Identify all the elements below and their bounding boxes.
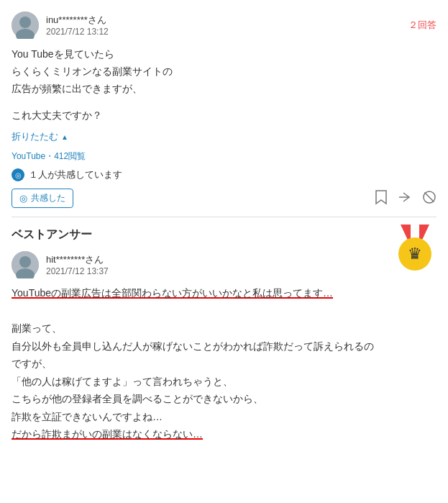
answerer-avatar: [12, 251, 39, 278]
svg-point-6: [19, 256, 31, 268]
answer-body: YouTubeの副業広告は全部関わらない方がいいかなと私は思ってます… 副業って…: [12, 284, 436, 443]
question-line-4: これ大丈夫ですか？: [12, 107, 436, 124]
empathy-button[interactable]: ◎ 共感した: [12, 189, 73, 208]
svg-line-4: [425, 192, 434, 201]
question-meta: YouTube・412閲覧: [12, 150, 436, 163]
answer-line-3b: ですが、: [12, 355, 436, 373]
category-link[interactable]: YouTube・412閲覧: [12, 151, 86, 161]
question-line-2: らくらくミリオンなる副業サイトの: [12, 63, 436, 81]
answer-line-5: こちらが他の登録者全員を調べることができないから、: [12, 390, 436, 408]
question-user-row: inu********さん 2021/7/12 13:12 ２回答: [12, 12, 436, 39]
answerer-row: hit********さん 2021/7/12 13:37: [12, 251, 436, 278]
question-section: inu********さん 2021/7/12 13:12 ２回答 You Tu…: [0, 0, 448, 217]
collapse-button[interactable]: 折りたたむ ▲: [12, 130, 68, 143]
answer-line-1-underlined: YouTubeの副業広告は全部関わらない方がいいかなと私は思ってます…: [12, 287, 333, 299]
question-line-3: 広告が頻繁に出できますが、: [12, 81, 436, 98]
answer-line-3: 自分以外も全員申し込んだ人が稼げないことがわかれば詐欺だって訴えられるの: [12, 337, 436, 355]
question-avatar: [12, 12, 39, 39]
medal-circle: ♛: [398, 237, 431, 271]
best-answer-section: ベストアンサー ♛ hit********さん 2021/7/12 13:37 …: [0, 217, 448, 443]
bookmark-icon[interactable]: [375, 189, 388, 208]
collapse-arrow-icon: ▲: [61, 133, 68, 141]
medal-crown-icon: ♛: [408, 245, 422, 263]
question-date: 2021/7/12 13:12: [46, 27, 109, 37]
answerer-date: 2021/7/12 13:37: [46, 266, 109, 276]
answer-gap: [12, 302, 436, 320]
block-icon[interactable]: [422, 190, 436, 207]
answer-line-7-underlined: だから詐欺まがいの副業はなくならない…: [12, 428, 203, 440]
question-body: You Tubeを見ていたら らくらくミリオンなる副業サイトの 広告が頻繁に出で…: [12, 46, 436, 124]
empathy-row: ◎ １人が共感しています: [12, 168, 436, 181]
share-icon[interactable]: [398, 190, 412, 207]
question-line-1: You Tubeを見ていたら: [12, 46, 436, 63]
question-username: inu********さん: [46, 14, 109, 27]
svg-point-1: [19, 17, 31, 28]
collapse-label: 折りたたむ: [12, 130, 58, 143]
answer-line-6: 詐欺を立証できないんですよね…: [12, 408, 436, 426]
answer-line-2: 副業って、: [12, 320, 436, 337]
answer-line-4: 「他の人は稼げてますよ」って言われちゃうと、: [12, 373, 436, 391]
best-answer-title: ベストアンサー: [12, 227, 436, 243]
meta-text: YouTube・412閲覧: [12, 151, 86, 161]
empathy-count: １人が共感しています: [29, 168, 122, 181]
empathy-btn-label: 共感した: [31, 192, 65, 204]
empathy-icon: ◎: [12, 168, 24, 181]
empathy-btn-icon: ◎: [19, 193, 27, 204]
question-user-meta: inu********さん 2021/7/12 13:12: [46, 14, 109, 37]
icon-group: [375, 189, 436, 208]
answer-count: ２回答: [408, 19, 436, 32]
answer-line-7: だから詐欺まがいの副業はなくならない…: [12, 425, 436, 443]
answer-line-1: YouTubeの副業広告は全部関わらない方がいいかなと私は思ってます…: [12, 284, 436, 302]
answerer-user-meta: hit********さん 2021/7/12 13:37: [46, 253, 109, 276]
action-row: ◎ 共感した: [12, 189, 436, 217]
answerer-username: hit********さん: [46, 253, 109, 266]
medal-container: ♛: [393, 225, 436, 275]
